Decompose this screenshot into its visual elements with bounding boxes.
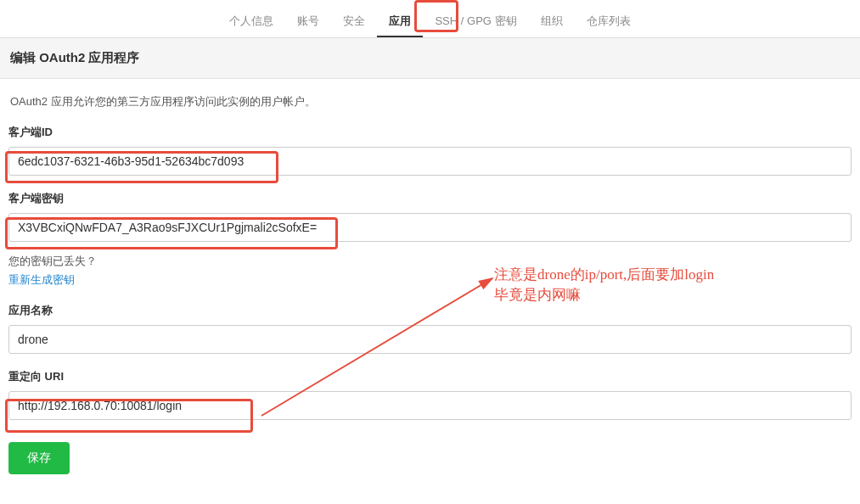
page-title: 编辑 OAuth2 应用程序 [0,38,860,79]
nav-orgs[interactable]: 组织 [529,7,575,37]
client-id-input[interactable] [8,147,852,176]
nav-repos[interactable]: 仓库列表 [575,7,643,37]
secret-lost-text: 您的密钥已丢失？ [8,254,852,269]
nav-security[interactable]: 安全 [331,7,377,37]
redirect-uri-label: 重定向 URI [8,369,852,384]
save-button[interactable]: 保存 [8,442,70,474]
app-name-input[interactable] [8,325,852,354]
redirect-uri-input[interactable] [8,391,852,420]
client-id-label: 客户端ID [8,125,852,140]
settings-nav: 个人信息 账号 安全 应用 SSH / GPG 密钥 组织 仓库列表 [0,0,860,38]
nav-profile[interactable]: 个人信息 [217,7,285,37]
regenerate-secret-link[interactable]: 重新生成密钥 [8,272,75,288]
app-name-label: 应用名称 [8,303,852,318]
page-description: OAuth2 应用允许您的第三方应用程序访问此实例的用户帐户。 [8,79,852,125]
nav-account[interactable]: 账号 [285,7,331,37]
nav-applications[interactable]: 应用 [377,7,423,37]
client-secret-label: 客户端密钥 [8,191,852,206]
client-secret-input[interactable] [8,213,852,242]
nav-ssh-gpg[interactable]: SSH / GPG 密钥 [423,7,528,37]
